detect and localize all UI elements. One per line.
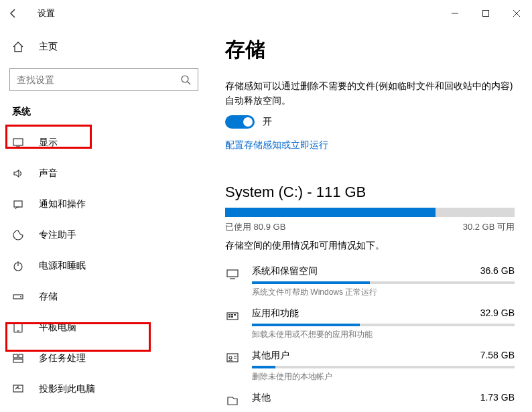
main-panel: 存储 存储感知可以通过删除不需要的文件(例如临时文件和回收站中的内容)自动释放空…	[208, 27, 532, 412]
drive-note: 存储空间的使用情况和可用情况如下。	[225, 240, 515, 252]
sidebar-item-label: 电源和睡眠	[39, 260, 86, 272]
svg-rect-21	[231, 314, 233, 316]
sound-icon	[12, 167, 28, 180]
svg-point-10	[20, 296, 21, 297]
sidebar-item-focus-assist[interactable]: 专注助手	[0, 220, 208, 251]
home-icon	[12, 41, 28, 53]
search-icon	[180, 74, 191, 85]
category-bar	[252, 324, 515, 326]
category-bar	[252, 281, 515, 284]
svg-rect-13	[13, 354, 17, 358]
svg-rect-6	[14, 201, 22, 207]
category-subtext: 系统文件可帮助 Windows 正常运行	[252, 287, 515, 298]
category-size: 36.6 GB	[480, 265, 515, 276]
category-name: 应用和功能	[252, 307, 299, 320]
svg-line-3	[188, 82, 190, 84]
sidebar-item-label: 存储	[39, 291, 58, 303]
category-subtext: 卸载未使用或不想要的应用和功能	[252, 329, 515, 340]
home-link[interactable]: 主页	[0, 32, 208, 62]
sidebar-item-multitasking[interactable]: 多任务处理	[0, 343, 208, 374]
svg-rect-1	[483, 11, 489, 17]
category-name: 其他用户	[252, 350, 289, 362]
multitask-icon	[12, 352, 28, 364]
search-input[interactable]	[17, 74, 180, 85]
other-users-icon	[225, 350, 252, 366]
svg-point-2	[182, 76, 188, 82]
storage-sense-description: 存储感知可以通过删除不需要的文件(例如临时文件和回收站中的内容)自动释放空间。	[225, 78, 515, 109]
sidebar-item-label: 通知和操作	[39, 198, 86, 210]
sidebar-item-storage[interactable]: 存储	[0, 281, 208, 312]
maximize-button[interactable]	[470, 3, 501, 24]
toggle-label: 开	[263, 116, 272, 128]
storage-category-row[interactable]: 系统和保留空间36.6 GB系统文件可帮助 Windows 正常运行	[225, 265, 515, 298]
storage-category-row[interactable]: 其他用户7.58 GB删除未使用的本地帐户	[225, 350, 515, 383]
sidebar-item-projecting[interactable]: 投影到此电脑	[0, 374, 208, 405]
storage-category-row[interactable]: 其他1.73 GB	[225, 392, 515, 408]
drive-title: System (C:) - 111 GB	[225, 184, 515, 201]
sidebar-item-notifications[interactable]: 通知和操作	[0, 189, 208, 220]
drive-used-label: 已使用 80.9 GB	[225, 221, 285, 233]
home-label: 主页	[39, 41, 58, 53]
svg-rect-4	[13, 139, 23, 145]
window-title: 设置	[38, 7, 55, 19]
system-icon	[225, 265, 252, 281]
drive-free-label: 30.2 GB 可用	[463, 221, 515, 233]
apps-icon	[225, 307, 252, 324]
power-icon	[12, 260, 28, 272]
category-size: 7.58 GB	[480, 350, 515, 360]
category-name: 其他	[252, 392, 271, 404]
titlebar: 设置	[0, 0, 532, 27]
category-size: 32.9 GB	[480, 307, 515, 318]
tablet-icon	[12, 322, 28, 334]
search-input-wrap[interactable]	[9, 68, 198, 91]
sidebar-item-label: 投影到此电脑	[39, 383, 95, 395]
storage-sense-toggle[interactable]	[225, 115, 255, 129]
page-title: 存储	[225, 36, 515, 64]
svg-rect-20	[228, 314, 230, 316]
sidebar-item-label: 声音	[39, 167, 58, 180]
focus-icon	[12, 229, 28, 241]
sidebar-item-label: 显示	[39, 137, 58, 149]
configure-storage-sense-link[interactable]: 配置存储感知或立即运行	[225, 139, 515, 151]
section-header-system: 系统	[0, 100, 208, 123]
sidebar-item-sound[interactable]: 声音	[0, 158, 208, 189]
project-icon	[12, 383, 28, 395]
sidebar-item-label: 多任务处理	[39, 352, 86, 364]
category-size: 1.73 GB	[480, 392, 515, 403]
close-button[interactable]	[501, 3, 532, 24]
category-name: 系统和保留空间	[252, 265, 318, 277]
drive-usage-bar	[225, 208, 515, 217]
svg-rect-17	[227, 270, 238, 277]
svg-rect-14	[19, 354, 23, 358]
svg-rect-22	[234, 314, 236, 316]
sidebar-item-label: 平板电脑	[39, 322, 76, 334]
other-icon	[225, 392, 252, 408]
category-bar	[252, 366, 515, 368]
notifications-icon	[12, 198, 28, 210]
svg-rect-24	[231, 316, 233, 318]
svg-point-26	[229, 356, 232, 359]
back-button[interactable]	[8, 8, 27, 19]
storage-icon	[12, 291, 28, 303]
storage-category-row[interactable]: 应用和功能32.9 GB卸载未使用或不想要的应用和功能	[225, 307, 515, 340]
sidebar: 主页 系统 显示 声音	[0, 27, 208, 412]
sidebar-item-tablet[interactable]: 平板电脑	[0, 312, 208, 343]
display-icon	[12, 137, 28, 149]
category-subtext: 删除未使用的本地帐户	[252, 371, 515, 383]
minimize-button[interactable]	[440, 3, 470, 24]
sidebar-item-power[interactable]: 电源和睡眠	[0, 251, 208, 281]
svg-rect-15	[13, 359, 23, 362]
svg-rect-23	[228, 316, 230, 318]
sidebar-item-label: 专注助手	[39, 229, 76, 241]
sidebar-item-display[interactable]: 显示	[0, 127, 208, 158]
